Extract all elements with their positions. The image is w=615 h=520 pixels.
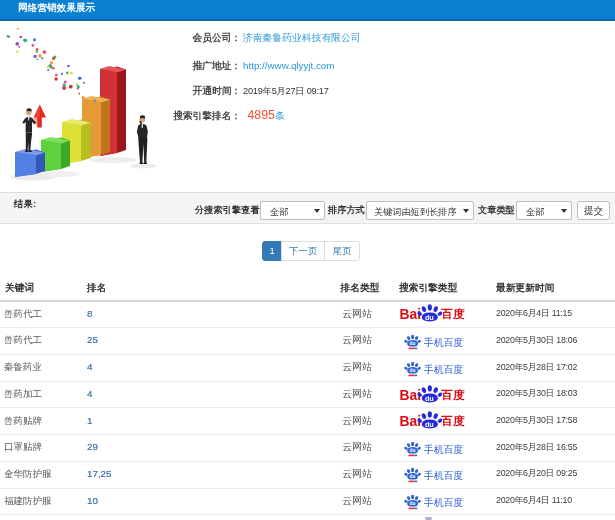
svg-text:手机百度: 手机百度 [424,443,463,454]
svg-text:百度: 百度 [440,308,465,321]
svg-text:du: du [409,447,415,453]
svg-text:百度: 百度 [440,415,465,428]
svg-text:du: du [409,367,415,373]
svg-text:du: du [409,340,415,346]
svg-text:手机百度: 手机百度 [424,363,463,374]
svg-text:手机百度: 手机百度 [424,470,463,481]
svg-text:du: du [425,393,434,402]
svg-text:du: du [425,420,434,429]
svg-text:百度: 百度 [440,388,465,401]
svg-text:du: du [425,313,434,322]
svg-text:du: du [409,500,415,506]
svg-text:手机百度: 手机百度 [424,336,463,347]
svg-text:du: du [409,474,415,480]
svg-text:手机百度: 手机百度 [424,496,463,507]
